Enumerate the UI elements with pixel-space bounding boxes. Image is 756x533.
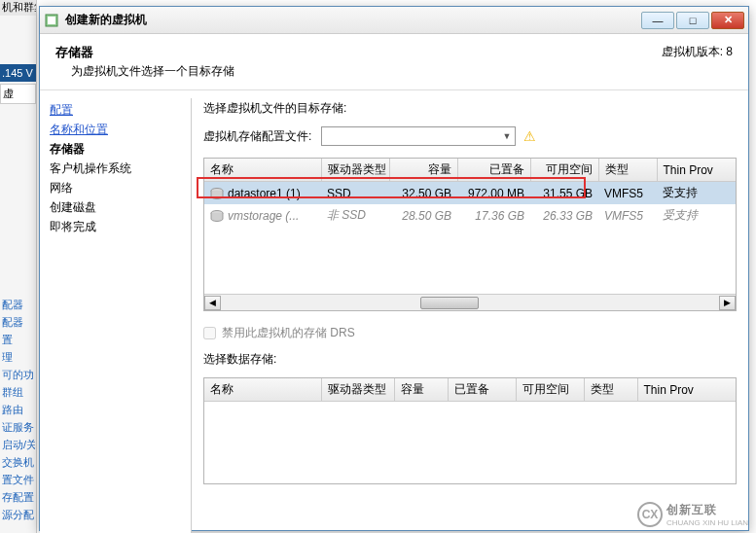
datastore-icon: [210, 210, 224, 222]
dialog-header: 存储器 为虚拟机文件选择一个目标存储 虚拟机版本: 8: [40, 34, 748, 90]
storage-profile-select[interactable]: ▼: [321, 126, 516, 146]
column-header[interactable]: 容量: [394, 378, 448, 402]
column-header[interactable]: 可用空间: [516, 378, 584, 402]
page-title: 存储器: [55, 44, 234, 61]
column-header[interactable]: 名称: [204, 378, 321, 402]
bg-blue-strip: .145 V: [0, 64, 36, 82]
bg-link[interactable]: 理: [2, 348, 35, 366]
maximize-button[interactable]: □: [676, 12, 709, 29]
column-header[interactable]: 容量: [389, 159, 457, 182]
window-title: 创建新的虚拟机: [65, 12, 641, 28]
dialog-body: 配置名称和位置存储器客户机操作系统网络创建磁盘即将完成 选择虚拟机文件的目标存储…: [40, 90, 748, 533]
close-button[interactable]: ✕: [711, 12, 744, 29]
datastore-table2-container: 名称驱动器类型容量已置备可用空间类型Thin Prov: [203, 377, 737, 484]
bg-top-text: 机和群集: [0, 0, 36, 16]
disable-drs-checkbox[interactable]: [203, 327, 216, 339]
bg-link[interactable]: 源分配: [2, 506, 35, 523]
scroll-left-icon[interactable]: ◀: [204, 296, 221, 310]
storage-profile-row: 虚拟机存储配置文件: ▼ ⚠: [203, 126, 737, 146]
select-target-label: 选择虚拟机文件的目标存储:: [203, 100, 737, 117]
table-row[interactable]: vmstorage (...非 SSD28.50 GB17.36 GB26.33…: [204, 204, 736, 227]
wizard-step[interactable]: 网络: [48, 178, 183, 197]
app-icon: [44, 13, 59, 28]
disable-drs-row: 禁用此虚拟机的存储 DRS: [203, 325, 737, 341]
datastore-icon: [210, 188, 224, 199]
wizard-content: 选择虚拟机文件的目标存储: 虚拟机存储配置文件: ▼ ⚠ 名称驱动器类型容量已置…: [192, 90, 748, 533]
wizard-step[interactable]: 存储器: [48, 139, 183, 159]
bg-link[interactable]: 配器: [2, 313, 35, 331]
horizontal-scrollbar[interactable]: ◀ ▶: [204, 294, 736, 310]
disable-drs-label: 禁用此虚拟机的存储 DRS: [222, 325, 355, 341]
bg-sidebar-links: 配器配器置理可的功群组路由证服务启动/关交换机置文件存配置源分配: [2, 296, 35, 523]
bg-link[interactable]: 启动/关: [2, 436, 35, 453]
bg-link[interactable]: 证服务: [2, 418, 35, 436]
warning-icon: ⚠: [523, 128, 536, 144]
svg-rect-1: [48, 17, 55, 24]
bg-link[interactable]: 配器: [2, 296, 35, 313]
background-panel: 机和群集 .145 V 虚 配器配器置理可的功群组路由证服务启动/关交换机置文件…: [0, 0, 37, 533]
bg-link[interactable]: 存配置: [2, 488, 35, 506]
column-header[interactable]: 已置备: [448, 378, 516, 402]
column-header[interactable]: 驱动器类型: [321, 159, 389, 182]
column-header[interactable]: Thin Prov: [637, 378, 736, 402]
bg-link[interactable]: 置: [2, 331, 35, 348]
bg-link[interactable]: 可的功: [2, 366, 35, 383]
column-header[interactable]: 可用空间: [530, 159, 598, 182]
create-vm-dialog: 创建新的虚拟机 — □ ✕ 存储器 为虚拟机文件选择一个目标存储 虚拟机版本: …: [39, 6, 749, 531]
page-subtitle: 为虚拟机文件选择一个目标存储: [71, 63, 234, 80]
bg-link[interactable]: 路由: [2, 401, 35, 418]
wizard-step[interactable]: 配置: [48, 100, 183, 120]
window-controls: — □ ✕: [641, 12, 744, 29]
titlebar[interactable]: 创建新的虚拟机 — □ ✕: [40, 7, 748, 34]
bg-tab: 虚: [0, 84, 36, 104]
bg-link[interactable]: 置文件: [2, 471, 35, 488]
column-header[interactable]: 类型: [598, 159, 657, 182]
datastore-table[interactable]: 名称驱动器类型容量已置备可用空间类型Thin Prov datastore1 (…: [204, 159, 736, 227]
column-header[interactable]: 类型: [584, 378, 637, 402]
vm-version: 虚拟机版本: 8: [662, 44, 733, 60]
minimize-button[interactable]: —: [641, 12, 674, 29]
storage-profile-label: 虚拟机存储配置文件:: [203, 128, 311, 145]
chevron-down-icon: ▼: [502, 131, 511, 141]
datastore-table-container: 名称驱动器类型容量已置备可用空间类型Thin Prov datastore1 (…: [203, 158, 737, 311]
datastore-table2[interactable]: 名称驱动器类型容量已置备可用空间类型Thin Prov: [204, 378, 736, 402]
column-header[interactable]: 驱动器类型: [321, 378, 394, 402]
wizard-steps: 配置名称和位置存储器客户机操作系统网络创建磁盘即将完成: [40, 90, 191, 533]
column-header[interactable]: 名称: [204, 159, 321, 182]
watermark-subtext: CHUANG XIN HU LIAN: [666, 518, 748, 527]
bg-link[interactable]: 群组: [2, 383, 35, 401]
wizard-step[interactable]: 客户机操作系统: [48, 159, 183, 178]
watermark-text: 创新互联: [666, 503, 717, 516]
watermark-logo-icon: CX: [637, 502, 663, 527]
wizard-step[interactable]: 名称和位置: [48, 120, 183, 139]
bg-link[interactable]: 交换机: [2, 453, 35, 471]
watermark: CX 创新互联 CHUANG XIN HU LIAN: [637, 502, 748, 527]
wizard-step[interactable]: 创建磁盘: [48, 197, 183, 217]
scroll-right-icon[interactable]: ▶: [719, 296, 736, 310]
select-datastore-label: 选择数据存储:: [203, 351, 737, 368]
wizard-step[interactable]: 即将完成: [48, 217, 183, 236]
column-header[interactable]: Thin Prov: [657, 159, 736, 182]
table-row[interactable]: datastore1 (1)SSD32.50 GB972.00 MB31.55 …: [204, 182, 736, 205]
column-header[interactable]: 已置备: [457, 159, 530, 182]
scroll-thumb[interactable]: [420, 297, 479, 309]
